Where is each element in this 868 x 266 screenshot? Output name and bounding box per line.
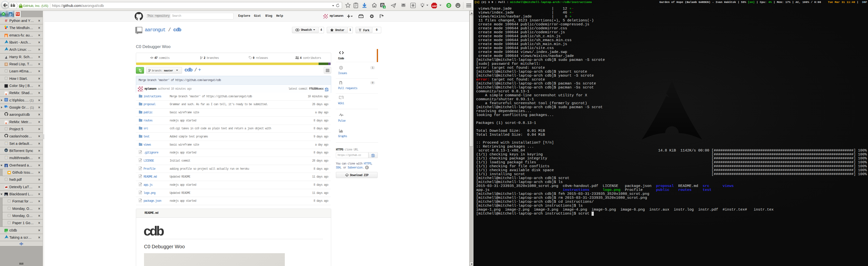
svg-text:D: D [448, 3, 450, 7]
svg-text:4: 4 [384, 6, 385, 8]
svg-text:ABP: ABP [432, 5, 437, 7]
